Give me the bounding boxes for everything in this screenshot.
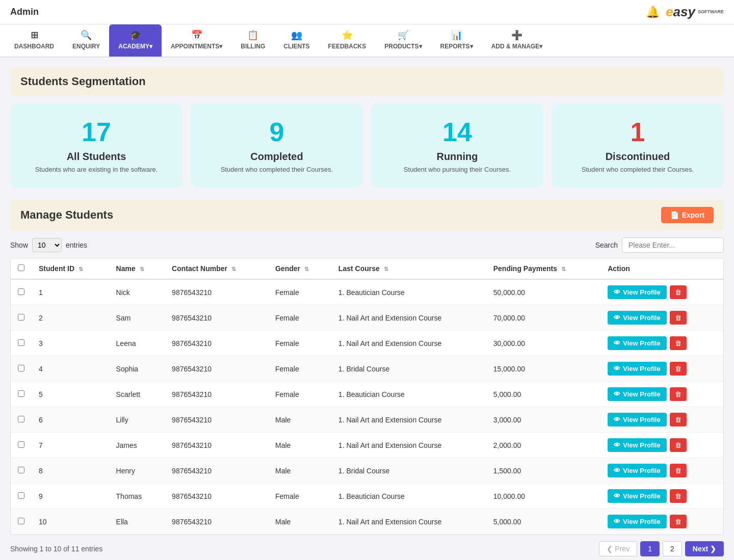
delete-button-9[interactable]: 🗑 xyxy=(670,489,687,503)
delete-button-6[interactable]: 🗑 xyxy=(670,413,687,426)
col-header-last-course[interactable]: Last Course ⇅ xyxy=(331,258,486,279)
prev-page-button[interactable]: ❮ Prev xyxy=(599,541,637,556)
view-profile-button-8[interactable]: 👁 View Profile xyxy=(608,464,666,477)
stat-card-discontinued[interactable]: 1 Discontinued Student who completed the… xyxy=(552,103,724,188)
page-2-button[interactable]: 2 xyxy=(663,541,682,556)
row-checkbox-1[interactable] xyxy=(18,288,24,295)
delete-button-10[interactable]: 🗑 xyxy=(670,515,687,528)
table-row: 6 Lilly 9876543210 Male 1. Nail Art and … xyxy=(11,407,723,433)
row-checkbox-8[interactable] xyxy=(18,467,24,473)
row-contact: 9876543210 xyxy=(165,433,268,458)
row-checkbox-3[interactable] xyxy=(18,339,24,346)
delete-button-3[interactable]: 🗑 xyxy=(670,336,687,350)
nav-item-academy[interactable]: 🎓 ACADEMY▾ xyxy=(109,24,162,57)
nav-item-appointments[interactable]: 📅 APPOINTMENTS▾ xyxy=(162,24,231,57)
row-name: Nick xyxy=(109,279,165,305)
students-tbody: 1 Nick 9876543210 Female 1. Beautician C… xyxy=(11,279,723,535)
delete-button-5[interactable]: 🗑 xyxy=(670,387,687,401)
showing-entries-text: Showing 1 to 10 of 11 entries xyxy=(10,545,102,553)
eye-icon: 👁 xyxy=(614,339,620,347)
view-profile-button-5[interactable]: 👁 View Profile xyxy=(608,387,666,401)
nav-item-products[interactable]: 🛒 PRODUCTS▾ xyxy=(375,24,431,57)
row-student-id: 7 xyxy=(32,433,109,458)
notification-icon[interactable]: 🔔 xyxy=(646,6,660,19)
appointments-icon: 📅 xyxy=(191,30,202,41)
row-name: Lilly xyxy=(109,407,165,433)
reports-icon: 📊 xyxy=(451,30,462,41)
table-row: 10 Ella 9876543210 Male 1. Nail Art and … xyxy=(11,509,723,535)
row-last-course: 1. Beautician Course xyxy=(331,484,486,509)
academy-icon: 🎓 xyxy=(130,30,141,41)
col-header-pending[interactable]: Pending Payments ⇅ xyxy=(486,258,600,279)
row-name: Sam xyxy=(109,305,165,331)
select-all-header xyxy=(11,258,32,279)
row-pending: 70,000.00 xyxy=(486,305,600,331)
view-profile-button-6[interactable]: 👁 View Profile xyxy=(608,413,666,426)
search-input[interactable] xyxy=(622,237,724,253)
col-header-contact[interactable]: Contact Number ⇅ xyxy=(165,258,268,279)
entries-select[interactable]: 10 25 50 100 xyxy=(32,238,62,252)
nav-item-reports[interactable]: 📊 REPORTS▾ xyxy=(431,24,482,57)
delete-button-8[interactable]: 🗑 xyxy=(670,464,687,477)
view-profile-button-10[interactable]: 👁 View Profile xyxy=(608,515,666,528)
discontinued-desc: Student who completed their Courses. xyxy=(562,166,714,173)
eye-icon: 👁 xyxy=(614,288,620,296)
view-profile-button-9[interactable]: 👁 View Profile xyxy=(608,489,666,503)
row-checkbox-6[interactable] xyxy=(18,416,24,422)
row-name: Ella xyxy=(109,509,165,535)
stat-card-all-students[interactable]: 17 All Students Students who are existin… xyxy=(10,103,182,188)
row-contact: 9876543210 xyxy=(165,305,268,331)
nav-item-billing[interactable]: 📋 BILLING xyxy=(231,24,274,57)
row-last-course: 1. Nail Art and Extension Course xyxy=(331,331,486,356)
nav-item-clients[interactable]: 👥 CLIENTS xyxy=(274,24,319,57)
products-icon: 🛒 xyxy=(398,30,409,41)
nav-item-dashboard[interactable]: ⊞ DASHBOARD xyxy=(5,24,63,57)
view-profile-button-3[interactable]: 👁 View Profile xyxy=(608,336,666,350)
row-gender: Female xyxy=(268,382,331,407)
eye-icon: 👁 xyxy=(614,492,620,500)
discontinued-label: Discontinued xyxy=(562,151,714,163)
export-button[interactable]: 📄 Export xyxy=(661,207,714,223)
row-student-id: 3 xyxy=(32,331,109,356)
row-action: 👁 View Profile 🗑 xyxy=(600,382,723,407)
nav-item-add-manage[interactable]: ➕ ADD & MANAGE▾ xyxy=(482,24,552,57)
row-last-course: 1. Nail Art and Extension Course xyxy=(331,509,486,535)
view-profile-button-1[interactable]: 👁 View Profile xyxy=(608,285,666,299)
delete-button-7[interactable]: 🗑 xyxy=(670,438,687,452)
view-profile-button-2[interactable]: 👁 View Profile xyxy=(608,311,666,325)
logo: easy SOFTWARE xyxy=(666,4,724,20)
row-pending: 5,000.00 xyxy=(486,509,600,535)
running-count: 14 xyxy=(381,118,533,147)
row-checkbox-2[interactable] xyxy=(18,314,24,321)
view-profile-button-4[interactable]: 👁 View Profile xyxy=(608,362,666,376)
row-checkbox-4[interactable] xyxy=(18,365,24,371)
next-page-button[interactable]: Next ❯ xyxy=(685,541,724,556)
col-header-gender[interactable]: Gender ⇅ xyxy=(268,258,331,279)
col-header-student-id[interactable]: Student ID ⇅ xyxy=(32,258,109,279)
stat-card-completed[interactable]: 9 Completed Student who completed their … xyxy=(191,103,363,188)
pagination: ❮ Prev 1 2 Next ❯ xyxy=(599,541,724,556)
delete-button-4[interactable]: 🗑 xyxy=(670,362,687,376)
row-checkbox-7[interactable] xyxy=(18,441,24,448)
enquiry-icon: 🔍 xyxy=(81,30,92,41)
completed-label: Completed xyxy=(201,151,353,163)
sort-icon-last-course: ⇅ xyxy=(384,266,388,272)
nav-item-feedbacks[interactable]: ⭐ FEEDBACKS xyxy=(319,24,376,57)
row-contact: 9876543210 xyxy=(165,382,268,407)
select-all-checkbox[interactable] xyxy=(18,264,24,271)
row-gender: Male xyxy=(268,433,331,458)
row-gender: Male xyxy=(268,509,331,535)
row-checkbox-5[interactable] xyxy=(18,390,24,397)
delete-button-2[interactable]: 🗑 xyxy=(670,311,687,325)
col-header-name[interactable]: Name ⇅ xyxy=(109,258,165,279)
row-checkbox-10[interactable] xyxy=(18,518,24,524)
page-1-button[interactable]: 1 xyxy=(640,541,660,556)
row-action: 👁 View Profile 🗑 xyxy=(600,305,723,331)
row-checkbox-9[interactable] xyxy=(18,492,24,499)
stat-card-running[interactable]: 14 Running Student who pursuing their Co… xyxy=(371,103,543,188)
nav-item-enquiry[interactable]: 🔍 ENQUIRY xyxy=(63,24,109,57)
eye-icon: 👁 xyxy=(614,416,620,423)
view-profile-button-7[interactable]: 👁 View Profile xyxy=(608,438,666,452)
delete-button-1[interactable]: 🗑 xyxy=(670,285,687,299)
students-table: Student ID ⇅ Name ⇅ Contact Number ⇅ Gen… xyxy=(11,258,723,535)
